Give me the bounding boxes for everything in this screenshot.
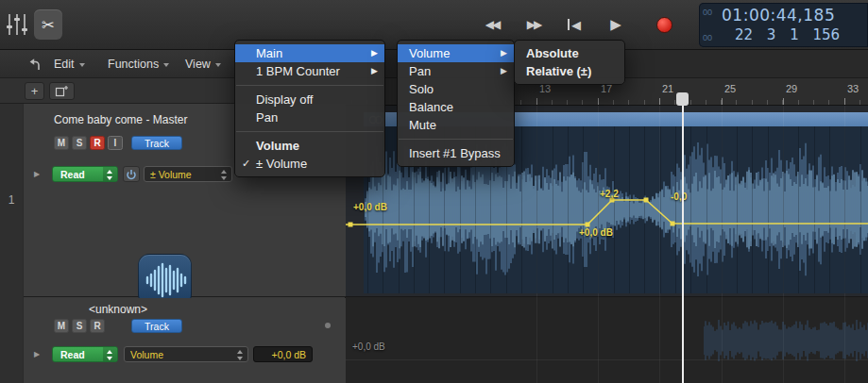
chevron-down-icon [215, 63, 221, 67]
track-header-2[interactable]: <unknown> M S R Track ▶ Read Volume +0,0… [24, 298, 346, 383]
menu-item-label: 1 BPM Counter [256, 64, 340, 78]
view-menu[interactable]: View [185, 50, 221, 77]
menu-item-pan[interactable]: Pan [235, 108, 384, 126]
automation-mode-select[interactable]: Read [52, 346, 118, 362]
back-button[interactable] [25, 54, 45, 75]
solo-button[interactable]: S [72, 136, 87, 150]
duplicate-track-button[interactable] [49, 82, 75, 100]
plus-icon: + [31, 84, 39, 98]
automation-parameter-select[interactable]: ± Volume [144, 166, 232, 182]
playhead-handle[interactable] [676, 92, 689, 106]
menu-item-main[interactable]: Main ▶ [235, 44, 384, 62]
track-name[interactable]: Come baby come - Master [54, 113, 187, 126]
menu-item-mute[interactable]: Mute [398, 116, 514, 134]
logic-pro-window: ✂ ◀◀ ▶▶ ◀ ▶ 00 00 [0, 0, 868, 383]
record-icon [656, 17, 672, 33]
menu-item-label: Insert #1 Bypass [409, 146, 501, 160]
bar-gridline [844, 106, 845, 383]
menu-item-label: Balance [409, 100, 453, 114]
submenu-arrow-icon: ▶ [371, 62, 378, 80]
edit-menu-label: Edit [54, 58, 75, 71]
functions-menu[interactable]: Functions [108, 50, 169, 77]
duplicate-track-icon [55, 85, 69, 97]
lcd-aux-top: 00 [703, 8, 712, 17]
automation-label-start[interactable]: +0,0 dB [353, 202, 387, 212]
menu-item-pm-volume[interactable]: ✓ ± Volume [235, 155, 384, 173]
lcd-display[interactable]: 00 00 01:00:44,185 22 3 1 156 [699, 3, 868, 47]
automation-label-end[interactable]: -0,0 [671, 192, 687, 202]
automation-label-peak[interactable]: +2,2 [600, 189, 619, 199]
automation-mode-label: Read [60, 349, 85, 360]
skip-triangle-icon: ◀ [571, 18, 581, 32]
automation-mode-button[interactable] [4, 9, 30, 40]
up-down-chevron-icon [220, 170, 228, 180]
bar-gridline [598, 106, 599, 383]
up-down-chevron-icon [106, 350, 113, 360]
rewind-button[interactable]: ◀◀ [470, 9, 512, 40]
menu-item-volume[interactable]: Volume ▶ [398, 44, 514, 62]
mute-button[interactable]: M [54, 319, 69, 333]
menu-item-volume[interactable]: Volume [235, 137, 384, 155]
menu-item-bpm-counter[interactable]: 1 BPM Counter ▶ [235, 62, 384, 80]
rewind-icon: ◀◀ [484, 18, 499, 31]
disclosure-triangle[interactable]: ▶ [34, 350, 40, 358]
menu-item-relative[interactable]: Relative (±) [515, 62, 624, 80]
submenu-arrow-icon: ▶ [371, 44, 378, 62]
bar-gridline [536, 106, 537, 383]
automation-value-box[interactable]: +0,0 dB [253, 346, 313, 362]
disclosure-triangle[interactable]: ▶ [34, 170, 40, 178]
playhead-line [682, 106, 684, 383]
record-enable-button[interactable]: R [90, 136, 105, 150]
automation-parameter-label: ± Volume [150, 169, 192, 180]
track-number: 1 [0, 193, 23, 207]
add-track-button[interactable]: + [25, 82, 44, 100]
menu-item-label: Volume [256, 139, 299, 153]
menu-item-solo[interactable]: Solo [398, 80, 514, 98]
menu-item-label: Volume [409, 46, 450, 60]
power-icon [126, 169, 137, 180]
menu-item-insert-bypass[interactable]: Insert #1 Bypass [398, 144, 514, 162]
view-menu-label: View [185, 58, 211, 71]
bar-gridline [783, 106, 784, 383]
submenu-arrow-icon: ▶ [501, 44, 507, 62]
lcd-aux-bottom: 00 [703, 34, 712, 42]
track-color-dot [325, 323, 331, 328]
menu-item-absolute[interactable]: Absolute [515, 44, 624, 62]
faders-icon [6, 12, 28, 37]
go-to-beginning-button[interactable]: ◀ [553, 9, 595, 40]
main-submenu: Volume ▶ Pan ▶ Solo Balance Mute Insert … [397, 40, 515, 167]
automation-power-button[interactable] [123, 166, 140, 182]
menu-item-label: Main [256, 46, 282, 60]
menu-item-pan[interactable]: Pan ▶ [398, 62, 514, 80]
ruler-major-tick [659, 98, 660, 105]
ruler-label: 21 [662, 83, 673, 94]
automation-parameter-select[interactable]: Volume [124, 346, 248, 362]
play-button[interactable]: ▶ [595, 9, 637, 40]
menu-item-display-off[interactable]: Display off [235, 91, 384, 108]
scissors-tool-button[interactable]: ✂ [34, 9, 62, 40]
lcd-main: 01:00:44,185 22 3 1 156 [722, 7, 840, 43]
lcd-time: 01:00:44,185 [722, 7, 840, 25]
record-enable-button[interactable]: R [90, 319, 105, 333]
track-alternative-button[interactable]: Track [131, 319, 182, 333]
ruler-major-tick [844, 98, 845, 105]
ruler-major-tick [598, 98, 599, 105]
automation-mode-select[interactable]: Read [52, 166, 118, 182]
chevron-down-icon [163, 63, 169, 67]
track-name[interactable]: <unknown> [89, 303, 147, 316]
automation-label-mid[interactable]: +0,0 dB [579, 227, 613, 238]
skip-bar-icon [568, 19, 570, 30]
mute-button[interactable]: M [54, 136, 69, 150]
input-monitor-button[interactable]: I [108, 136, 123, 150]
edit-menu[interactable]: Edit [54, 50, 85, 77]
solo-button[interactable]: S [72, 319, 87, 333]
record-button[interactable] [650, 9, 678, 40]
track-alternative-button[interactable]: Track [131, 136, 182, 150]
track2-automation-line[interactable] [346, 359, 868, 360]
up-down-chevron-icon [106, 170, 113, 180]
menu-item-balance[interactable]: Balance [398, 98, 514, 116]
forward-button[interactable]: ▶▶ [512, 9, 553, 40]
menu-item-label: Mute [409, 118, 436, 132]
menu-item-label: Solo [409, 82, 434, 96]
lcd-aux-digits: 00 00 [699, 8, 712, 42]
